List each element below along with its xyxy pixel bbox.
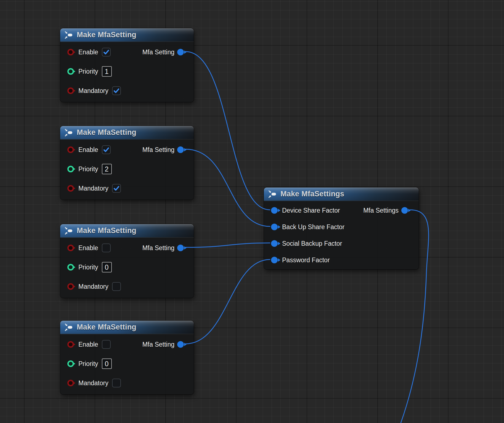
- enable-label: Enable: [78, 341, 98, 348]
- device-share-factor-input-pin[interactable]: [271, 207, 278, 214]
- priority-input-pin[interactable]: [67, 360, 74, 367]
- mandatory-input-pin[interactable]: [67, 185, 74, 192]
- make-struct-icon: [64, 226, 73, 235]
- node-make-mfasetting-1[interactable]: Make MfaSetting Enable Priority 1 Mandat…: [60, 28, 194, 102]
- password-factor-label: Password Factor: [282, 256, 330, 264]
- enable-label: Enable: [78, 49, 98, 56]
- mandatory-label: Mandatory: [78, 185, 108, 192]
- enable-input-pin[interactable]: [67, 341, 74, 348]
- mandatory-label: Mandatory: [78, 283, 108, 290]
- priority-input-pin[interactable]: [67, 264, 74, 271]
- priority-label: Priority: [78, 68, 98, 75]
- priority-input-pin[interactable]: [67, 166, 74, 172]
- node-header[interactable]: Make MfaSetting: [60, 126, 194, 140]
- enable-label: Enable: [78, 146, 98, 154]
- mfa-setting-output-pin[interactable]: [177, 341, 184, 348]
- wire-mfasetting3-to-social-backup-factor[interactable]: [185, 243, 270, 247]
- blueprint-graph-canvas[interactable]: Make MfaSetting Enable Priority 1 Mandat…: [0, 0, 504, 423]
- node-header[interactable]: Make MfaSettings: [264, 188, 419, 201]
- mandatory-checkbox[interactable]: [112, 282, 121, 291]
- mandatory-label: Mandatory: [78, 87, 108, 95]
- back-up-share-factor-label: Back Up Share Factor: [282, 223, 344, 231]
- priority-value-input[interactable]: 0: [102, 262, 112, 272]
- node-header[interactable]: Make MfaSetting: [60, 28, 194, 42]
- node-make-mfasetting-3[interactable]: Make MfaSetting Enable Priority 0 Mandat…: [60, 224, 194, 298]
- priority-input-pin[interactable]: [67, 68, 74, 75]
- enable-checkbox[interactable]: [102, 145, 111, 154]
- enable-input-pin[interactable]: [67, 245, 74, 251]
- make-struct-icon: [268, 190, 277, 199]
- node-make-mfasetting-2[interactable]: Make MfaSetting Enable Priority 2 Mandat…: [60, 126, 194, 200]
- node-header[interactable]: Make MfaSetting: [60, 321, 194, 334]
- make-struct-icon: [64, 323, 73, 332]
- mfa-setting-output-label: Mfa Setting: [142, 146, 174, 154]
- mfa-setting-output-label: Mfa Setting: [142, 49, 174, 56]
- enable-checkbox[interactable]: [102, 340, 111, 349]
- node-title: Make MfaSetting: [77, 226, 136, 235]
- node-title: Make MfaSetting: [77, 128, 136, 137]
- mandatory-input-pin[interactable]: [67, 87, 74, 94]
- mandatory-input-pin[interactable]: [67, 283, 74, 290]
- social-backup-factor-input-pin[interactable]: [271, 240, 278, 247]
- back-up-share-factor-input-pin[interactable]: [271, 224, 278, 230]
- mandatory-checkbox[interactable]: [112, 86, 121, 95]
- mandatory-label: Mandatory: [78, 379, 108, 387]
- priority-label: Priority: [78, 360, 98, 368]
- make-struct-icon: [64, 128, 73, 137]
- wire-mfasetting4-to-password-factor[interactable]: [185, 259, 270, 344]
- mandatory-input-pin[interactable]: [67, 380, 74, 386]
- device-share-factor-label: Device Share Factor: [282, 207, 340, 214]
- enable-checkbox[interactable]: [102, 48, 111, 57]
- mfa-setting-output-pin[interactable]: [177, 146, 184, 153]
- priority-value-input[interactable]: 1: [102, 66, 112, 77]
- mfa-setting-output-pin[interactable]: [177, 245, 184, 251]
- mfa-setting-output-pin[interactable]: [177, 49, 184, 55]
- mfa-settings-output-label: Mfa Settings: [363, 207, 399, 214]
- mfa-setting-output-label: Mfa Setting: [142, 341, 174, 348]
- wire-mfasetting2-to-back-up-share-factor[interactable]: [185, 149, 270, 226]
- node-title: Make MfaSettings: [280, 190, 344, 198]
- node-header[interactable]: Make MfaSetting: [60, 224, 194, 238]
- social-backup-factor-label: Social Backup Factor: [282, 240, 342, 247]
- enable-input-pin[interactable]: [67, 146, 74, 153]
- mandatory-checkbox[interactable]: [112, 184, 121, 193]
- priority-value-input[interactable]: 0: [102, 358, 112, 369]
- node-make-mfasettings[interactable]: Make MfaSettings Device Share Factor Bac…: [264, 188, 419, 269]
- mandatory-checkbox[interactable]: [112, 379, 121, 387]
- enable-checkbox[interactable]: [102, 243, 111, 252]
- priority-label: Priority: [78, 264, 98, 271]
- make-struct-icon: [64, 31, 73, 39]
- priority-value-input[interactable]: 2: [102, 164, 112, 174]
- password-factor-input-pin[interactable]: [271, 257, 278, 263]
- enable-label: Enable: [78, 244, 98, 252]
- node-title: Make MfaSetting: [77, 31, 136, 39]
- priority-label: Priority: [78, 165, 98, 173]
- node-make-mfasetting-4[interactable]: Make MfaSetting Enable Priority 0 Mandat…: [60, 321, 194, 394]
- node-title: Make MfaSetting: [77, 323, 136, 331]
- mfa-setting-output-label: Mfa Setting: [142, 244, 174, 252]
- mfa-settings-output-pin[interactable]: [401, 207, 408, 214]
- enable-input-pin[interactable]: [67, 49, 74, 55]
